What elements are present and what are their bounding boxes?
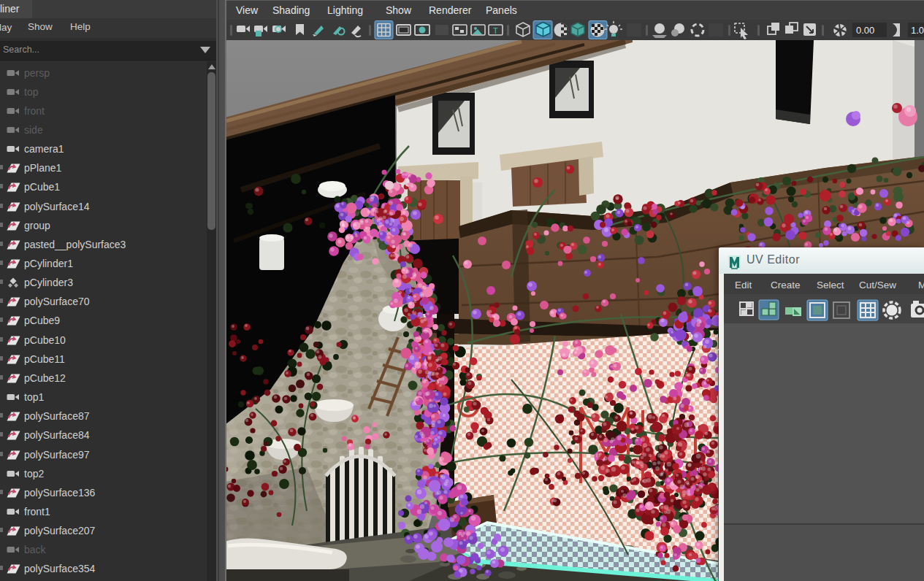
svg-text:T: T [493,26,498,35]
svg-text:1.0: 1.0 [911,25,924,36]
svg-text:0.00: 0.00 [856,25,874,36]
